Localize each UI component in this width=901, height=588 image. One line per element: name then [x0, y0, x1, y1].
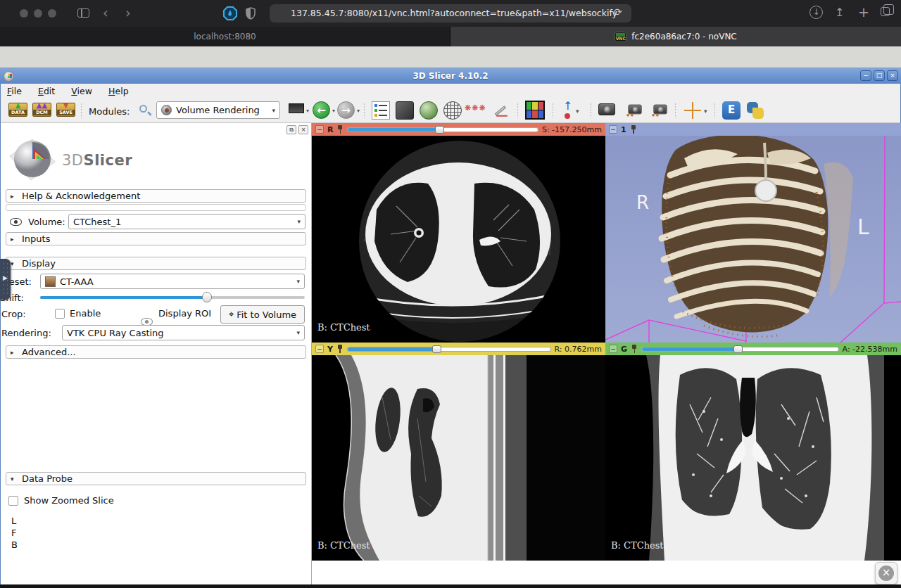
inputs-section[interactable]: ▸ Inputs	[6, 232, 306, 245]
slicer-close-button[interactable]: ×	[887, 70, 898, 81]
fit-to-volume-button[interactable]: ⌖ Fit to Volume	[220, 305, 305, 324]
yellow-slice-slider[interactable]	[347, 345, 551, 353]
window-minimize-button[interactable]	[34, 9, 42, 18]
extensions-manager-button[interactable]: E	[722, 101, 741, 120]
volumes-module-button[interactable]	[396, 101, 414, 120]
threed-view[interactable]: R L	[605, 136, 901, 343]
crop-enable-label: Enable	[70, 308, 101, 319]
novnc-handle-arrow-icon: ▶	[3, 274, 8, 281]
data-probe-label: Data Probe	[22, 473, 73, 484]
display-roi-label: Display ROI	[158, 308, 211, 319]
back-icon[interactable]: ‹	[103, 6, 108, 20]
reload-icon[interactable]: ⟳	[614, 6, 622, 18]
downloads-icon[interactable]: ↓	[809, 6, 823, 19]
tab-strip: localhost:8080 VNC fc2e60a86ac7:0 - noVN…	[0, 27, 901, 46]
slicer-minimize-button[interactable]: −	[860, 70, 871, 81]
shift-slider-handle[interactable]	[202, 292, 212, 302]
threed-collapse-button[interactable]: −	[609, 125, 617, 134]
menu-view[interactable]: View	[65, 84, 99, 96]
layout-selector-button[interactable]	[525, 101, 545, 120]
rendering-value: VTK CPU Ray Casting	[67, 328, 164, 338]
volume-combobox[interactable]: CTChest_1 ▾	[68, 214, 305, 229]
red-slice-slider[interactable]	[347, 126, 538, 134]
help-acknowledgement-section[interactable]: ▸ Help & Acknowledgement	[6, 189, 306, 203]
red-slice-view[interactable]: B: CTChest	[312, 136, 605, 343]
load-data-button[interactable]: ▲ DATA	[8, 103, 27, 117]
slicer-maximize-button[interactable]: □	[874, 70, 885, 81]
module-back-button[interactable]: ←▾	[313, 101, 330, 119]
sidebar-toggle-icon[interactable]	[77, 8, 89, 18]
menu-file[interactable]: File	[1, 84, 28, 96]
tab-novnc[interactable]: VNC fc2e60a86ac7:0 - noVNC	[450, 27, 901, 46]
volume-visibility-eye-icon[interactable]	[10, 218, 22, 226]
green-slice-view[interactable]: B: CTChest	[605, 355, 901, 561]
rendering-combobox[interactable]: VTK CPU Ray Casting ▾	[62, 325, 305, 340]
dicom-button[interactable]: ▲▲ DCM	[32, 103, 51, 117]
scene-view-capture-button[interactable]	[628, 105, 641, 115]
transforms-module-button[interactable]	[443, 101, 462, 120]
shift-slider[interactable]	[40, 292, 305, 303]
red-slice-slider-handle[interactable]	[435, 126, 444, 134]
crop-enable-checkbox[interactable]	[55, 309, 65, 319]
pushpin-icon[interactable]	[336, 345, 344, 353]
tab-localhost[interactable]: localhost:8080	[0, 27, 450, 46]
module-selector-combobox[interactable]: Volume Rendering ▾	[156, 101, 280, 119]
module-history-button[interactable]: ▾	[289, 103, 304, 113]
chevron-down-icon: ▾	[297, 218, 301, 225]
yellow-slice-view[interactable]: B: CTChest	[312, 355, 605, 561]
crosshair-button[interactable]	[684, 102, 701, 119]
data-probe-section[interactable]: ▾ Data Probe	[6, 472, 306, 485]
pushpin-icon[interactable]	[630, 125, 637, 134]
content-blocker-shield-icon[interactable]	[222, 6, 238, 21]
python-console-button[interactable]	[746, 101, 764, 120]
pushpin-icon[interactable]	[336, 125, 344, 134]
menu-help[interactable]: Help	[102, 84, 135, 96]
place-fiducial-button[interactable]: ↑	[562, 101, 573, 120]
help-acknowledgement-label: Help & Acknowledgement	[22, 191, 140, 201]
share-icon[interactable]: ↥	[835, 6, 844, 19]
new-tab-icon[interactable]: +	[858, 4, 869, 20]
green-slice-offset: A: -22.538mm	[843, 345, 897, 354]
markups-module-button[interactable]: ❋❋❋	[465, 104, 483, 122]
yellow-slice-slider-handle[interactable]	[432, 345, 441, 353]
screen: ‹ › 137.85.45.7:8080/x11/vnc.html?autoco…	[0, 0, 901, 588]
place-fiducial-dropdown-icon[interactable]: ▾	[576, 108, 579, 115]
green-slice-slider-handle[interactable]	[733, 345, 743, 353]
panel-close-button[interactable]: ×	[298, 125, 308, 134]
green-collapse-button[interactable]: −	[609, 345, 617, 353]
display-section[interactable]: ▾ Display	[6, 257, 306, 270]
window-close-button[interactable]	[20, 9, 28, 18]
probe-row-f: F	[11, 528, 16, 538]
yellow-slice-bar: − Y R: 0.762mm	[312, 343, 605, 355]
green-view-letter: G	[621, 345, 627, 354]
menu-edit[interactable]: Edit	[32, 84, 61, 96]
tab-overview-icon[interactable]	[881, 7, 890, 16]
privacy-shield-icon[interactable]	[245, 7, 256, 20]
red-collapse-button[interactable]: −	[315, 125, 324, 134]
scene-view-restore-button[interactable]	[653, 105, 667, 115]
slicer-titlebar[interactable]: 3D Slicer 4.10.2	[0, 68, 901, 84]
save-button[interactable]: ▼ SAVE	[56, 103, 75, 117]
module-search-icon[interactable]	[139, 105, 147, 113]
novnc-close-button[interactable]: ×	[875, 562, 897, 584]
forward-icon[interactable]: ›	[125, 6, 131, 20]
novnc-control-handle[interactable]: ▶	[0, 259, 11, 300]
show-zoomed-slice-checkbox[interactable]	[8, 496, 18, 506]
preset-combobox[interactable]: CT-AAA ▾	[40, 274, 305, 289]
red-slice-bar: − R S: -157.250mm	[312, 123, 605, 136]
crosshair-dropdown-icon[interactable]: ▾	[704, 108, 707, 115]
module-forward-button[interactable]: →▾	[337, 101, 355, 119]
save-label: SAVE	[57, 110, 75, 115]
yellow-collapse-button[interactable]: −	[315, 345, 324, 353]
advanced-section[interactable]: ▸ Advanced...	[6, 345, 306, 359]
data-module-button[interactable]	[372, 101, 390, 120]
models-module-button[interactable]	[420, 101, 438, 120]
green-slice-slider[interactable]	[641, 345, 839, 353]
window-zoom-button[interactable]	[48, 9, 56, 18]
panel-undock-button[interactable]: ⧉	[286, 125, 296, 134]
screenshot-button[interactable]	[598, 103, 615, 115]
address-bar[interactable]: 137.85.45.7:8080/x11/vnc.html?autoconnec…	[270, 4, 631, 23]
pushpin-icon[interactable]	[631, 345, 638, 353]
probe-row-l: L	[11, 516, 16, 526]
orientation-marker-l: L	[857, 215, 869, 239]
